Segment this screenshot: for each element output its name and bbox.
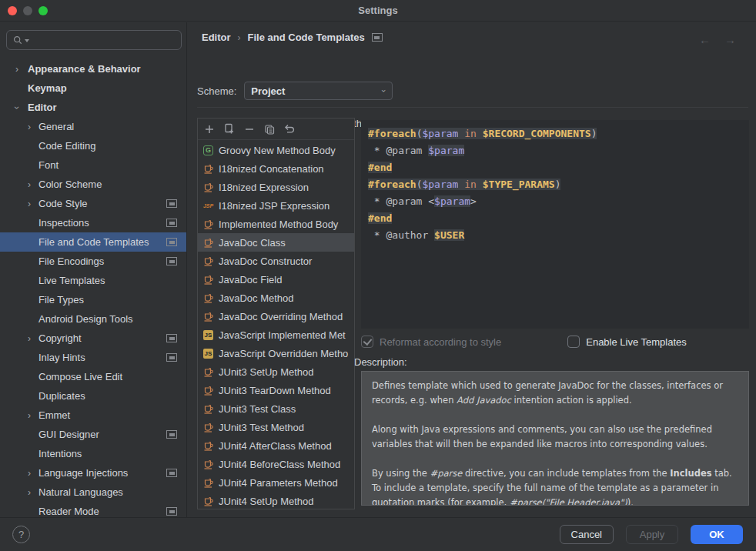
sidebar-item-code-editing[interactable]: Code Editing bbox=[0, 136, 186, 155]
window-title: Settings bbox=[0, 5, 756, 16]
sidebar-item-file-and-code-templates[interactable]: File and Code Templates bbox=[0, 232, 186, 252]
java-template-icon bbox=[202, 219, 214, 230]
ok-button[interactable]: OK bbox=[691, 525, 743, 544]
create-child-template-button[interactable] bbox=[222, 122, 236, 135]
search-options-caret-icon[interactable] bbox=[25, 39, 29, 42]
back-arrow-icon[interactable]: ← bbox=[699, 33, 711, 46]
template-item-label: JUnit3 SetUp Method bbox=[219, 366, 314, 378]
chevron-right-icon[interactable]: › bbox=[23, 179, 35, 191]
sidebar-item-code-style[interactable]: ›Code Style bbox=[0, 194, 186, 213]
sidebar-item-gui-designer[interactable]: GUI Designer bbox=[0, 425, 186, 444]
sidebar-item-language-injections[interactable]: ›Language Injections bbox=[0, 463, 186, 483]
sidebar-item-label: File Types bbox=[38, 294, 84, 306]
copy-template-button[interactable] bbox=[263, 122, 276, 135]
cancel-button[interactable]: Cancel bbox=[560, 525, 614, 544]
sidebar-item-label: File Encodings bbox=[38, 255, 104, 267]
breadcrumb-page: File and Code Templates bbox=[248, 32, 365, 43]
sidebar-item-editor[interactable]: ›Editor bbox=[0, 98, 186, 117]
breadcrumb-editor[interactable]: Editor bbox=[202, 32, 231, 43]
sidebar-item-appearance-behavior[interactable]: ›Appearance & Behavior bbox=[0, 59, 186, 78]
chevron-right-icon[interactable]: › bbox=[23, 409, 35, 422]
template-item[interactable]: JavaDoc Overriding Method bbox=[198, 307, 354, 326]
sidebar-item-reader-mode[interactable]: Reader Mode bbox=[0, 502, 186, 517]
screen-icon bbox=[166, 257, 177, 265]
template-item[interactable]: JUnit4 Parameters Method bbox=[198, 473, 354, 492]
sidebar-item-android-design-tools[interactable]: Android Design Tools bbox=[0, 309, 186, 329]
help-button[interactable]: ? bbox=[12, 526, 30, 543]
template-item[interactable]: JavaDoc Method bbox=[198, 289, 354, 307]
sidebar-item-color-scheme[interactable]: ›Color Scheme bbox=[0, 175, 186, 194]
template-item[interactable]: JUnit3 Test Method bbox=[198, 418, 354, 436]
template-code-editor[interactable]: #foreach($param in $RECORD_COMPONENTS) *… bbox=[361, 120, 749, 329]
add-template-button[interactable] bbox=[202, 122, 216, 135]
template-item[interactable]: JSJavaScript Implemented Met bbox=[198, 326, 354, 344]
reformat-option[interactable]: Reformat according to style bbox=[361, 336, 501, 348]
template-item[interactable]: JavaDoc Class bbox=[198, 233, 354, 252]
template-item[interactable]: JSPI18nized JSP Expression bbox=[198, 196, 354, 215]
template-item[interactable]: JUnit3 SetUp Method bbox=[198, 362, 354, 381]
live-templates-option[interactable]: Enable Live Templates bbox=[567, 336, 687, 348]
template-item-label: JavaScript Implemented Met bbox=[219, 329, 346, 341]
sidebar-item-label: Inspections bbox=[38, 217, 89, 229]
template-item[interactable]: JavaDoc Constructor bbox=[198, 252, 354, 270]
template-item[interactable]: JavaDoc Field bbox=[198, 270, 354, 289]
code-line: * @param $param bbox=[368, 142, 742, 159]
sidebar-item-natural-languages[interactable]: ›Natural Languages bbox=[0, 483, 186, 502]
template-item[interactable]: JUnit4 SetUp Method bbox=[198, 492, 354, 509]
settings-search-input[interactable] bbox=[6, 30, 182, 50]
template-item[interactable]: JUnit4 BeforeClass Method bbox=[198, 455, 354, 473]
template-item-label: JUnit4 BeforeClass Method bbox=[219, 459, 340, 470]
chevron-down-icon[interactable]: › bbox=[11, 102, 23, 114]
chevron-right-icon[interactable]: › bbox=[23, 467, 35, 479]
chevron-right-icon[interactable]: › bbox=[11, 63, 23, 75]
screen-icon bbox=[166, 430, 177, 439]
template-item[interactable]: JUnit3 TearDown Method bbox=[198, 381, 354, 399]
sidebar-item-compose-live-edit[interactable]: Compose Live Edit bbox=[0, 367, 186, 386]
search-icon bbox=[13, 35, 22, 45]
template-item-label: JUnit4 Parameters Method bbox=[219, 477, 338, 489]
java-template-icon bbox=[202, 496, 214, 507]
live-templates-checkbox[interactable] bbox=[567, 336, 580, 348]
template-item-label: Groovy New Method Body bbox=[219, 145, 336, 156]
sidebar-item-general[interactable]: ›General bbox=[0, 117, 186, 136]
template-item[interactable]: Implemented Method Body bbox=[198, 215, 354, 233]
scheme-dropdown[interactable]: Project › bbox=[244, 82, 393, 100]
chevron-right-icon[interactable]: › bbox=[23, 332, 35, 345]
screen-icon bbox=[166, 469, 177, 477]
template-item[interactable]: JUnit3 Test Class bbox=[198, 399, 354, 418]
template-item[interactable]: JUnit4 AfterClass Method bbox=[198, 436, 354, 455]
reformat-label: Reformat according to style bbox=[380, 336, 501, 348]
java-template-icon bbox=[202, 255, 214, 267]
sidebar-item-inlay-hints[interactable]: Inlay Hints bbox=[0, 348, 186, 367]
remove-template-button[interactable] bbox=[243, 122, 256, 135]
sidebar-item-live-templates[interactable]: Live Templates bbox=[0, 271, 186, 290]
sidebar-item-duplicates[interactable]: Duplicates bbox=[0, 386, 186, 406]
sidebar-item-file-encodings[interactable]: File Encodings bbox=[0, 252, 186, 271]
template-item-label: JUnit3 Test Class bbox=[219, 403, 296, 415]
zoom-window-button[interactable] bbox=[38, 6, 48, 15]
sidebar-item-intentions[interactable]: Intentions bbox=[0, 444, 186, 463]
sidebar-item-inspections[interactable]: Inspections bbox=[0, 213, 186, 232]
chevron-right-icon[interactable]: › bbox=[23, 121, 35, 133]
close-window-button[interactable] bbox=[8, 6, 17, 15]
revert-template-button[interactable] bbox=[283, 122, 296, 135]
template-item[interactable]: I18nized Expression bbox=[198, 178, 354, 196]
reformat-checkbox bbox=[361, 336, 373, 348]
template-item[interactable]: JSJavaScript Overridden Metho bbox=[198, 344, 354, 362]
sidebar-item-file-types[interactable]: File Types bbox=[0, 290, 186, 309]
sidebar-item-keymap[interactable]: Keymap bbox=[0, 78, 186, 98]
chevron-right-icon[interactable]: › bbox=[23, 198, 35, 210]
template-item-label: JUnit3 Test Method bbox=[219, 422, 304, 433]
code-line: #foreach($param in $TYPE_PARAMS) bbox=[368, 176, 742, 193]
forward-arrow-icon[interactable]: → bbox=[724, 33, 736, 46]
scheme-label: Scheme: bbox=[197, 85, 236, 97]
sidebar-item-font[interactable]: Font bbox=[0, 155, 186, 175]
sidebar-item-copyright[interactable]: ›Copyright bbox=[0, 329, 186, 348]
template-item[interactable]: I18nized Concatenation bbox=[198, 159, 354, 178]
sidebar-item-emmet[interactable]: ›Emmet bbox=[0, 406, 186, 425]
template-item[interactable]: GGroovy New Method Body bbox=[198, 141, 354, 159]
template-item-label: JavaDoc Overriding Method bbox=[219, 311, 343, 322]
sidebar-item-label: Intentions bbox=[38, 448, 82, 459]
chevron-right-icon[interactable]: › bbox=[23, 486, 35, 499]
code-line: #end bbox=[368, 210, 742, 227]
